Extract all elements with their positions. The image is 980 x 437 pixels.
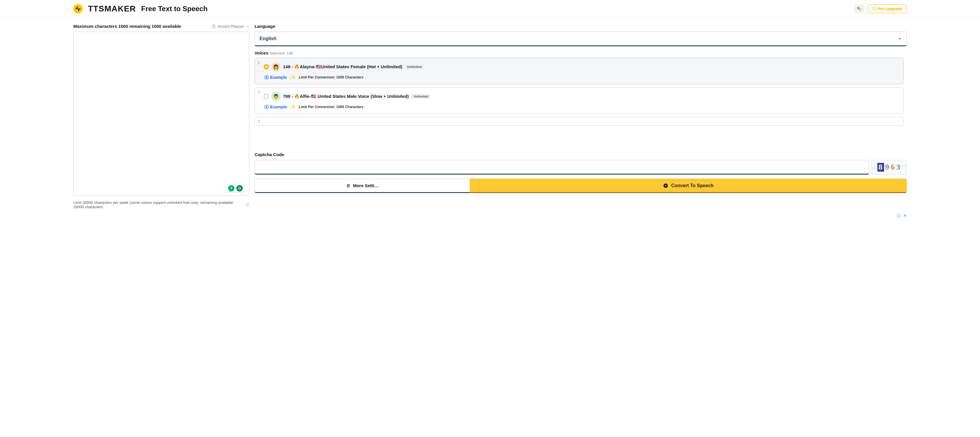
sparkle-icon: ✨: [290, 74, 296, 80]
play-icon: [264, 75, 269, 80]
svg-marker-10: [266, 76, 267, 78]
captcha-digit: 6: [891, 163, 895, 172]
voice-card[interactable]: 3: [255, 117, 904, 126]
voice-index: 2: [258, 90, 260, 94]
captcha-digit: 9: [885, 163, 890, 172]
example-label: Example: [270, 104, 287, 109]
brand-area: TTSMAKER Free Text to Speech: [73, 4, 208, 13]
diamond-icon: [246, 203, 249, 207]
insert-pause-button[interactable]: Insert Pause: [212, 24, 249, 29]
sliders-icon: [346, 184, 351, 188]
captcha-digit: 3: [896, 163, 901, 172]
svg-point-6: [231, 187, 232, 188]
assistant-icon[interactable]: [228, 185, 235, 192]
voice-radio[interactable]: [264, 64, 269, 70]
voices-selected-info: Selected: 148: [269, 51, 293, 55]
svg-point-16: [348, 185, 349, 186]
captcha-label: Captcha Code: [255, 152, 907, 157]
svg-marker-4: [872, 7, 876, 11]
ad-close-icon[interactable]: ✕: [903, 213, 907, 218]
translate-button[interactable]: 文A: [854, 5, 864, 13]
weekly-limit-text: Limit 20000 characters per week (some vo…: [73, 200, 244, 209]
pro-upgrade-button[interactable]: Pro Upgrade: [867, 5, 907, 13]
voice-index: 3: [258, 119, 260, 124]
limit-info: Limit Per Conversion: 1000 Characters: [299, 75, 364, 79]
captcha-input[interactable]: [255, 160, 869, 174]
captcha-row: 8 9 6 3: [255, 160, 907, 174]
svg-text:A: A: [860, 9, 861, 11]
voice-radio[interactable]: [264, 94, 269, 99]
avatar: 👨: [271, 92, 281, 101]
grammar-widget: G: [227, 184, 244, 193]
diamond-icon: [872, 7, 876, 11]
play-circle-icon: [663, 183, 668, 188]
example-label: Example: [270, 75, 287, 80]
pro-upgrade-label: Pro Upgrade: [878, 6, 902, 11]
svg-text:文: 文: [858, 7, 860, 9]
insert-pause-label: Insert Pause: [218, 24, 244, 29]
convert-label: Convert To Speech: [671, 183, 714, 188]
top-right: 文A Pro Upgrade: [854, 5, 907, 13]
svg-marker-8: [246, 204, 249, 206]
svg-marker-12: [266, 106, 267, 108]
avatar: 👩: [271, 62, 281, 71]
limit-info: Limit Per Conversion: 1000 Characters: [299, 105, 364, 109]
logo-icon: [73, 4, 83, 13]
chevron-down-icon: [246, 25, 249, 28]
more-settings-label: More Setti…: [353, 183, 379, 188]
more-settings-button[interactable]: More Setti…: [255, 179, 470, 193]
action-row: More Setti… Convert To Speech: [255, 179, 907, 193]
sparkle-icon: ✨: [290, 104, 296, 109]
unlimited-badge: Unlimited: [411, 94, 431, 99]
play-icon: [264, 104, 269, 109]
captcha-digit: 8: [877, 163, 884, 172]
ad-info-icon[interactable]: ⓘ: [897, 213, 901, 218]
language-label: Language: [255, 24, 907, 29]
editor-header: Maximum characters 1000 remaining 1000 a…: [73, 24, 249, 29]
voice-card[interactable]: 1 👩 148 - 🔥Alayna-🇺🇸United States Female…: [255, 58, 904, 84]
top-bar: TTSMAKER Free Text to Speech 文A Pro Upgr…: [0, 0, 980, 18]
voice-title: 788 - 🔥Alfie-🇺🇸 United States Male Voice…: [283, 93, 409, 100]
brand-tagline: Free Text to Speech: [142, 5, 208, 13]
brand-name: TTSMAKER: [88, 4, 136, 13]
text-input[interactable]: [73, 32, 249, 196]
clock-icon: [212, 24, 216, 29]
ad-controls: ⓘ ✕: [0, 212, 980, 218]
svg-point-14: [347, 184, 348, 185]
voice-card[interactable]: 2 👨 788 - 🔥Alfie-🇺🇸 United States Male V…: [255, 87, 904, 114]
character-counter: Maximum characters 1000 remaining 1000 a…: [73, 24, 181, 29]
svg-rect-7: [231, 188, 232, 190]
example-button[interactable]: Example: [264, 104, 287, 109]
voices-list[interactable]: 1 👩 148 - 🔥Alayna-🇺🇸United States Female…: [255, 58, 907, 149]
voice-title: 148 - 🔥Alayna-🇺🇸United States Female (Ho…: [283, 63, 402, 70]
language-select[interactable]: English: [255, 32, 907, 46]
captcha-image[interactable]: 8 9 6 3: [872, 160, 907, 174]
svg-point-18: [347, 186, 348, 187]
voices-label: Voices: [255, 51, 268, 55]
grammarly-icon[interactable]: G: [236, 185, 243, 192]
example-button[interactable]: Example: [264, 75, 287, 80]
chevron-down-icon: [897, 36, 902, 41]
voice-index: 1: [258, 60, 260, 65]
textarea-wrapper: G: [73, 32, 249, 197]
language-selected: English: [259, 36, 277, 41]
weekly-limit-info: Limit 20000 characters per week (some vo…: [73, 200, 249, 209]
convert-button[interactable]: Convert To Speech: [470, 179, 907, 193]
main-area: Maximum characters 1000 remaining 1000 a…: [0, 18, 980, 212]
voices-header: Voices Selected: 148: [255, 51, 907, 55]
left-column: Maximum characters 1000 remaining 1000 a…: [73, 24, 249, 209]
unlimited-badge: Unlimited: [405, 65, 424, 69]
right-column: Language English Voices Selected: 148 1 …: [255, 24, 907, 209]
